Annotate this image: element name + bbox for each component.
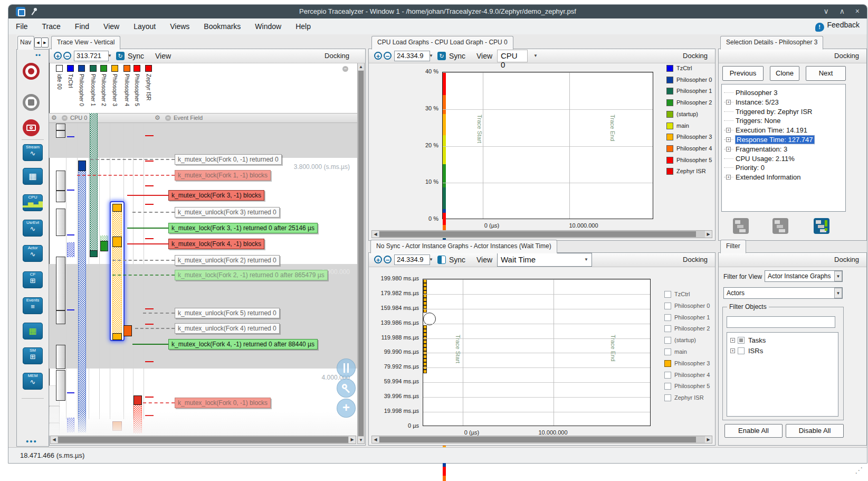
tree-item[interactable]: Priority: 0: [736, 164, 765, 172]
scroll-thumb[interactable]: [358, 71, 364, 436]
previous-instance-view-icon[interactable]: [733, 218, 749, 234]
cpu-load-bar-segment[interactable]: [443, 187, 446, 209]
sync-icon[interactable]: ↻: [437, 52, 446, 60]
instance-point[interactable]: [423, 325, 427, 329]
tree-item[interactable]: Triggered by: Zephyr ISR: [736, 108, 812, 116]
scroll-down-arrow-icon[interactable]: ▼: [358, 437, 364, 444]
event-label[interactable]: k_mutex_unlock(Fork 2) returned 0: [175, 255, 280, 266]
tzctrl-event-tick[interactable]: [67, 309, 74, 310]
idle-fragment[interactable]: [56, 130, 65, 138]
title-bar[interactable]: Percepio Tracealyzer - Window 1 - /home/…: [8, 5, 867, 18]
legend-checkbox[interactable]: [664, 291, 671, 298]
collapse-icon[interactable]: −: [165, 115, 171, 121]
tzctrl-event-tick[interactable]: [67, 136, 74, 137]
selected-instance-point[interactable]: [423, 309, 427, 313]
idle-fragment[interactable]: [56, 124, 65, 130]
tree-item[interactable]: Fragmentation: 3: [736, 145, 787, 153]
instance-point[interactable]: [423, 305, 427, 309]
zephyr-isr-event-tick[interactable]: [145, 308, 154, 309]
user-event-plot-button[interactable]: UsrEvt∿: [23, 220, 43, 237]
legend-checkbox[interactable]: [664, 372, 671, 379]
graph-mode-caret-icon[interactable]: ▼: [584, 257, 588, 262]
zoom-interval-input[interactable]: 24.334.9: [394, 51, 430, 61]
tree-expander-icon[interactable]: +: [730, 348, 735, 353]
record-button[interactable]: [23, 63, 40, 80]
tab-trace-view-vertical[interactable]: Trace View - Vertical: [51, 36, 120, 50]
philosopher3-executing-fragment[interactable]: [112, 204, 122, 212]
cpu-load-bar-segment[interactable]: [443, 467, 446, 476]
tree-item[interactable]: Extended Information: [736, 173, 801, 181]
tab-filter[interactable]: Filter: [720, 240, 746, 253]
sync-button[interactable]: Sync: [449, 52, 465, 60]
sidebar-overflow-top[interactable]: ••: [35, 51, 41, 59]
scroll-thumb[interactable]: [58, 437, 348, 443]
instance-point[interactable]: [423, 333, 427, 336]
tree-expander-icon[interactable]: +: [726, 175, 731, 180]
philosopher3-executing-fragment[interactable]: [112, 333, 122, 340]
menu-item-layout[interactable]: Layout: [133, 22, 156, 31]
cpu-select-caret-icon[interactable]: ▼: [533, 53, 538, 58]
selection-tree[interactable]: Philosopher 3+Instance: 5/23Triggered by…: [721, 84, 846, 212]
sync-icon[interactable]: [437, 256, 446, 264]
gear-icon[interactable]: ⚙: [51, 114, 57, 121]
event-log-button[interactable]: Events≡: [23, 297, 43, 314]
previous-button[interactable]: Previous: [722, 66, 764, 81]
cpu-load-bar-segment[interactable]: [443, 164, 446, 187]
idle-fragment[interactable]: [56, 191, 65, 202]
scroll-right-arrow-icon[interactable]: ▶: [705, 231, 712, 238]
docking-button[interactable]: Docking: [325, 52, 349, 60]
tab-cpu-load-graph[interactable]: CPU Load Graphs - CPU Load Graph - CPU 0: [371, 36, 513, 50]
zoom-out-icon[interactable]: −: [384, 52, 392, 60]
view-menu-button[interactable]: View: [155, 52, 171, 60]
sidebar-overflow-bottom[interactable]: •••: [26, 437, 37, 446]
legend-item-philosopher-0[interactable]: Philosopher 0: [664, 303, 714, 310]
instance-point[interactable]: [423, 290, 427, 294]
legend-checkbox[interactable]: [664, 337, 671, 344]
view-menu-button[interactable]: View: [476, 52, 492, 60]
tree-item-selected[interactable]: Response Time: 127.747: [736, 136, 814, 144]
zephyr-isr-event-tick[interactable]: [145, 161, 154, 162]
tzctrl-event-tick[interactable]: [67, 190, 74, 191]
trace-horizontal-scrollbar[interactable]: ◀▶: [50, 436, 356, 444]
zephyr-isr-event-tick[interactable]: [145, 324, 154, 325]
nav-prev-arrow[interactable]: ◀: [34, 37, 42, 48]
tree-item[interactable]: Philosopher 3: [736, 89, 778, 97]
state-machine-button[interactable]: SM⊞: [23, 347, 43, 364]
filter-category-caret-icon[interactable]: ▼: [834, 288, 842, 298]
tree-expander-icon[interactable]: +: [726, 128, 731, 133]
menu-item-file[interactable]: File: [16, 22, 28, 31]
scroll-left-arrow-icon[interactable]: ◀: [51, 436, 58, 444]
docking-button[interactable]: Docking: [834, 52, 859, 60]
event-label[interactable]: k_mutex_lock(Fork 0, -1) blocks: [175, 398, 271, 408]
cpu-load-bar-segment[interactable]: [443, 213, 446, 225]
legend-checkbox[interactable]: [664, 394, 671, 401]
instance-point[interactable]: [423, 344, 427, 347]
zoom-out-icon[interactable]: −: [384, 256, 392, 263]
tab-nav[interactable]: Nav: [17, 36, 34, 50]
legend-item-zephyr-isr[interactable]: Zephyr ISR: [664, 394, 714, 402]
instance-point[interactable]: [423, 359, 427, 362]
zephyr-isr-event-tick[interactable]: [145, 361, 154, 362]
zephyr-isr-event-tick[interactable]: [145, 397, 154, 398]
menu-item-help[interactable]: Help: [295, 22, 311, 31]
tree-item[interactable]: Instance: 5/23: [736, 98, 779, 106]
maximize-button[interactable]: ∧: [840, 7, 845, 15]
event-label[interactable]: k_mutex_lock(Fork 3, -1) returned 0 afte…: [168, 223, 318, 233]
event-label[interactable]: k_mutex_lock(Fork 4, -1) blocks: [168, 239, 264, 249]
idle-fragment[interactable]: [56, 370, 65, 401]
legend-item-philosopher-5[interactable]: Philosopher 5: [664, 383, 714, 391]
zoom-out-icon[interactable]: −: [63, 52, 71, 60]
tzctrl-event-tick[interactable]: [67, 234, 74, 235]
tree-expander-icon[interactable]: +: [726, 147, 731, 152]
checkbox-partial[interactable]: [738, 337, 745, 344]
collapse-icon[interactable]: −: [62, 115, 68, 121]
cpu-load-bar-segment[interactable]: [443, 135, 446, 165]
idle-fragment[interactable]: [56, 171, 65, 191]
tzctrl-event-tick[interactable]: [67, 392, 74, 393]
gear-icon[interactable]: ⚙: [155, 114, 160, 121]
event-label[interactable]: k_mutex_lock(Fork 2, -1) returned 0 afte…: [175, 270, 328, 280]
zoom-interval-input[interactable]: 24.334.9: [394, 254, 430, 265]
event-label[interactable]: k_mutex_lock(Fork 3, -1) blocks: [168, 190, 264, 201]
instance-point[interactable]: [423, 370, 427, 373]
idle-fragment[interactable]: [56, 257, 65, 310]
